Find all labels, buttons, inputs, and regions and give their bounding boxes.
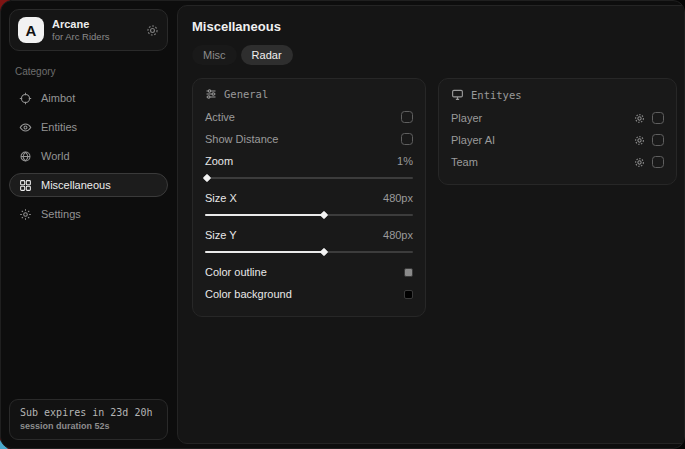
sidebar-item-label: World [41,150,70,162]
sidebar-item-entities[interactable]: Entities [9,115,168,139]
zoom-label: Zoom [205,155,233,167]
app-subtitle: for Arc Riders [52,31,138,42]
page-title: Miscellaneous [192,19,677,34]
color-background-label: Color background [205,288,292,300]
size-x-value: 480px [383,192,413,204]
size-x-label: Size X [205,192,237,204]
app-name: Arcane [52,18,138,31]
color-outline-swatch[interactable] [404,268,413,277]
sub-expiry-text: Sub expires in 23d 20h [20,407,157,418]
player-ai-row: Player AI [451,129,664,151]
team-row: Team [451,151,664,173]
color-background-swatch[interactable] [404,290,413,299]
app-window: A Arcane for Arc Riders Category AimbotE… [0,0,685,449]
category-label: Category [15,66,162,77]
active-label: Active [205,111,235,123]
team-config-gear-icon[interactable] [634,157,645,168]
color-outline-label: Color outline [205,266,267,278]
zoom-slider[interactable] [205,174,413,182]
gear-icon [19,208,32,221]
tab-radar[interactable]: Radar [241,45,293,65]
sidebar-item-label: Entities [41,121,77,133]
subscription-card: Sub expires in 23d 20h session duration … [9,399,168,440]
sidebar-nav: AimbotEntitiesWorldMiscellaneousSettings [9,86,168,226]
general-card-title: General [224,88,268,100]
sidebar: A Arcane for Arc Riders Category AimbotE… [1,1,176,448]
globe-icon [19,150,32,163]
tab-misc[interactable]: Misc [192,45,237,65]
player-ai-label: Player AI [451,134,495,146]
sidebar-item-settings[interactable]: Settings [9,202,168,226]
team-checkbox[interactable] [652,156,664,168]
grid-icon [19,179,32,192]
zoom-slider-thumb[interactable] [203,174,211,182]
entities-card-title: Entityes [471,89,522,101]
show-distance-checkbox[interactable] [401,133,413,145]
monitor-icon [451,88,464,101]
sidebar-item-aimbot[interactable]: Aimbot [9,86,168,110]
crosshair-icon [19,92,32,105]
size-x-slider[interactable] [205,211,413,219]
player-ai-config-gear-icon[interactable] [634,135,645,146]
size-y-slider[interactable] [205,248,413,256]
sidebar-item-world[interactable]: World [9,144,168,168]
eye-icon [19,121,32,134]
size-y-label: Size Y [205,229,237,241]
size-y-value: 480px [383,229,413,241]
player-row: Player [451,107,664,129]
sidebar-item-label: Settings [41,208,81,220]
player-ai-checkbox[interactable] [652,134,664,146]
sidebar-item-label: Aimbot [41,92,75,104]
show-distance-label: Show Distance [205,133,278,145]
logo-card: A Arcane for Arc Riders [9,9,168,51]
player-checkbox[interactable] [652,112,664,124]
settings-gear-icon[interactable] [146,24,159,37]
team-label: Team [451,156,478,168]
sidebar-item-miscellaneous[interactable]: Miscellaneous [9,173,168,197]
zoom-value: 1% [397,155,413,167]
sliders-icon [205,88,217,100]
main-panel: Miscellaneous Misc Radar General ActiveS… [177,5,685,444]
app-logo: A [18,17,44,43]
active-checkbox[interactable] [401,111,413,123]
session-duration-text: session duration 52s [20,421,157,431]
general-card: General ActiveShow DistanceZoom1%Size X4… [192,78,426,317]
tab-bar: Misc Radar [192,45,677,65]
size-x-slider-thumb[interactable] [319,211,327,219]
sidebar-item-label: Miscellaneous [41,179,111,191]
entities-card: Entityes PlayerPlayer AITeam [438,78,677,185]
player-config-gear-icon[interactable] [634,113,645,124]
size-y-slider-thumb[interactable] [319,248,327,256]
player-label: Player [451,112,482,124]
